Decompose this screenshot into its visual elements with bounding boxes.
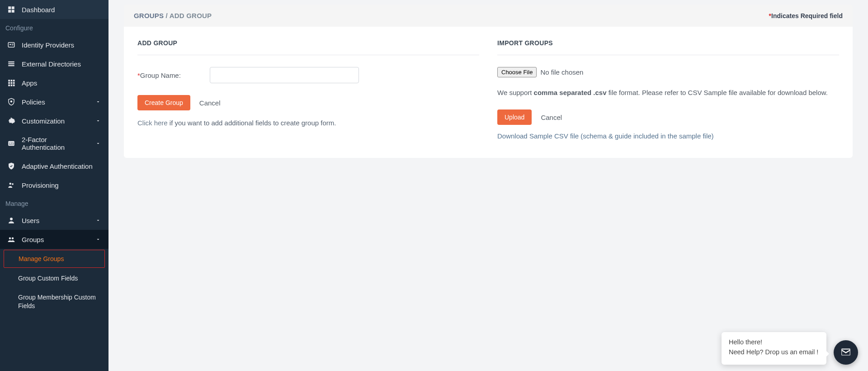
dashboard-icon bbox=[7, 5, 15, 14]
svg-rect-3 bbox=[12, 10, 14, 13]
svg-point-20 bbox=[10, 100, 13, 103]
required-text: Indicates Required field bbox=[771, 12, 843, 19]
group-name-label: *Group Name: bbox=[137, 71, 201, 79]
cancel-add-button[interactable]: Cancel bbox=[198, 95, 222, 110]
svg-rect-17 bbox=[8, 85, 10, 86]
sidebar-item-customization[interactable]: Customization bbox=[0, 111, 108, 130]
svg-rect-13 bbox=[13, 80, 15, 81]
svg-rect-19 bbox=[13, 85, 15, 86]
svg-rect-2 bbox=[8, 10, 11, 13]
apps-grid-icon bbox=[7, 79, 15, 87]
download-sample-link[interactable]: Download Sample CSV file (schema & guide… bbox=[497, 132, 714, 140]
svg-point-23 bbox=[9, 183, 12, 185]
shield-check-icon bbox=[7, 162, 15, 170]
svg-rect-16 bbox=[13, 82, 15, 84]
groups-submenu: Manage Groups Group Custom Fields Group … bbox=[0, 250, 108, 315]
sidebar-label: Provisioning bbox=[22, 181, 59, 189]
group-name-row: *Group Name: bbox=[137, 67, 479, 83]
chevron-down-icon bbox=[95, 217, 101, 224]
user-icon bbox=[7, 216, 15, 224]
file-status-text: No file chosen bbox=[540, 68, 583, 76]
shield-icon bbox=[7, 98, 15, 106]
svg-point-25 bbox=[10, 218, 13, 220]
sidebar-item-two-factor[interactable]: 123 2-Factor Authentication bbox=[0, 130, 108, 157]
chevron-down-icon bbox=[95, 140, 101, 147]
breadcrumb: GROUPS / ADD GROUP bbox=[134, 12, 212, 19]
svg-text:123: 123 bbox=[9, 142, 14, 145]
sidebar-item-adaptive-auth[interactable]: Adaptive Authentication bbox=[0, 157, 108, 176]
svg-rect-14 bbox=[8, 82, 10, 84]
sidebar-item-users[interactable]: Users bbox=[0, 211, 108, 230]
chevron-down-icon bbox=[95, 236, 101, 243]
click-here-link[interactable]: Click here bbox=[137, 119, 168, 127]
sidebar-label: Dashboard bbox=[22, 6, 55, 14]
svg-rect-8 bbox=[8, 62, 14, 62]
divider bbox=[137, 55, 479, 55]
users-sync-icon bbox=[7, 181, 15, 189]
mail-icon bbox=[840, 346, 852, 359]
group-name-input[interactable] bbox=[210, 67, 359, 83]
svg-rect-9 bbox=[8, 63, 14, 64]
submenu-group-membership-custom-fields[interactable]: Group Membership Custom Fields bbox=[0, 288, 108, 315]
sidebar-label: Apps bbox=[22, 79, 37, 87]
chat-button[interactable] bbox=[834, 340, 858, 365]
sidebar-label: Adaptive Authentication bbox=[22, 162, 93, 170]
import-help-post: file format. Please refer to CSV Sample … bbox=[607, 89, 828, 96]
cancel-import-button[interactable]: Cancel bbox=[539, 110, 564, 125]
card-body: ADD GROUP *Group Name: Create Group Canc… bbox=[124, 27, 853, 158]
chevron-down-icon bbox=[95, 118, 101, 124]
sidebar-item-provisioning[interactable]: Provisioning bbox=[0, 176, 108, 195]
id-card-icon bbox=[7, 41, 15, 49]
breadcrumb-current: ADD GROUP bbox=[170, 12, 212, 19]
sidebar: Dashboard Configure Identity Providers E… bbox=[0, 0, 108, 371]
svg-rect-4 bbox=[8, 43, 14, 48]
sidebar-label: Customization bbox=[22, 117, 65, 125]
main-content: GROUPS / ADD GROUP *Indicates Required f… bbox=[108, 0, 868, 371]
import-help-text: We support comma separated .csv file for… bbox=[497, 87, 839, 98]
import-buttons: Upload Cancel bbox=[497, 109, 839, 125]
submenu-manage-groups[interactable]: Manage Groups bbox=[4, 250, 105, 268]
sidebar-item-external-directories[interactable]: External Directories bbox=[0, 54, 108, 73]
submenu-group-custom-fields[interactable]: Group Custom Fields bbox=[0, 269, 108, 288]
choose-file-button[interactable]: Choose File bbox=[497, 67, 537, 77]
add-group-section: ADD GROUP *Group Name: Create Group Canc… bbox=[137, 39, 479, 140]
list-icon bbox=[7, 60, 15, 68]
sidebar-item-policies[interactable]: Policies bbox=[0, 92, 108, 111]
sidebar-label: Groups bbox=[22, 236, 44, 243]
file-chooser-row: Choose File No file chosen bbox=[497, 67, 839, 77]
required-field-note: *Indicates Required field bbox=[769, 12, 843, 19]
svg-rect-7 bbox=[12, 45, 14, 45]
group-icon bbox=[7, 235, 15, 243]
svg-rect-10 bbox=[8, 65, 14, 66]
chat-popup: Hello there! Need Help? Drop us an email… bbox=[722, 332, 826, 365]
chat-line1: Hello there! bbox=[729, 338, 819, 346]
sidebar-label: External Directories bbox=[22, 60, 81, 68]
import-groups-section: IMPORT GROUPS Choose File No file chosen… bbox=[497, 39, 839, 140]
sidebar-label: Identity Providers bbox=[22, 41, 74, 49]
svg-rect-0 bbox=[8, 6, 11, 9]
import-groups-title: IMPORT GROUPS bbox=[497, 39, 839, 47]
keypad-icon: 123 bbox=[7, 139, 15, 147]
svg-point-24 bbox=[12, 183, 14, 185]
svg-rect-1 bbox=[12, 6, 14, 9]
create-group-button[interactable]: Create Group bbox=[137, 95, 190, 110]
add-group-helper: Click here if you want to add additional… bbox=[137, 118, 479, 128]
sidebar-item-groups[interactable]: Groups bbox=[0, 230, 108, 249]
breadcrumb-sep: / bbox=[164, 12, 170, 19]
group-name-label-text: Group Name: bbox=[140, 71, 181, 79]
svg-rect-18 bbox=[11, 85, 13, 86]
sidebar-label: Policies bbox=[22, 98, 45, 106]
breadcrumb-groups-link[interactable]: GROUPS bbox=[134, 12, 164, 19]
add-group-title: ADD GROUP bbox=[137, 39, 479, 47]
svg-rect-15 bbox=[11, 82, 13, 84]
upload-button[interactable]: Upload bbox=[497, 109, 532, 125]
sidebar-item-apps[interactable]: Apps bbox=[0, 73, 108, 92]
svg-rect-11 bbox=[8, 80, 10, 81]
sidebar-label: Users bbox=[22, 217, 39, 224]
sidebar-item-identity-providers[interactable]: Identity Providers bbox=[0, 35, 108, 54]
svg-point-5 bbox=[9, 44, 11, 45]
sidebar-item-dashboard[interactable]: Dashboard bbox=[0, 0, 108, 19]
svg-point-27 bbox=[12, 238, 14, 240]
svg-point-26 bbox=[9, 238, 11, 240]
click-here-after: if you want to add additional fields to … bbox=[168, 119, 336, 127]
